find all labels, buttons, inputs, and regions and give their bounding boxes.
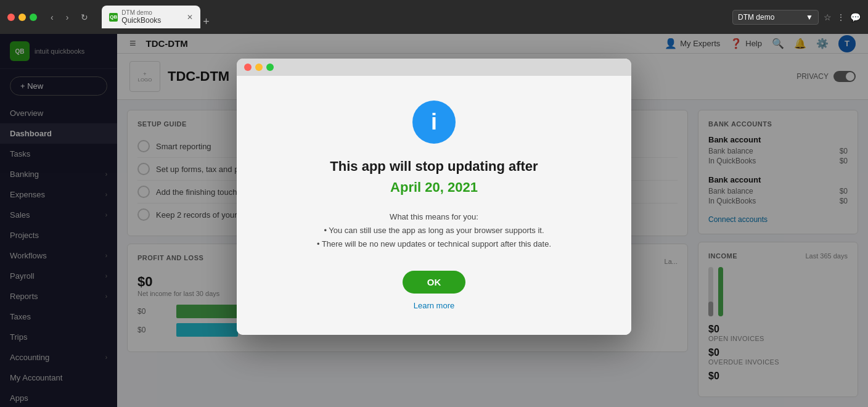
browser-dots <box>7 14 37 21</box>
tab-subtitle: DTM demo <box>121 9 161 16</box>
modal-bullet2: • There will be no new updates or techni… <box>268 237 600 251</box>
modal-window: i This app will stop updating after Apri… <box>237 59 631 335</box>
new-tab-button[interactable]: + <box>203 15 210 28</box>
modal-info-icon: i <box>412 101 456 144</box>
modal-titlebar <box>237 59 631 76</box>
modal-minimize-dot[interactable] <box>255 64 263 71</box>
tab-close-button[interactable]: ✕ <box>187 13 193 22</box>
nav-back-button[interactable]: ‹ <box>47 10 57 25</box>
browser-right-controls: DTM demo ▼ ☆ ⋮ 💬 <box>732 10 861 25</box>
bookmark-icon[interactable]: ☆ <box>824 12 832 22</box>
modal-ok-button[interactable]: OK <box>403 271 466 294</box>
modal-date: April 20, 2021 <box>268 179 600 195</box>
browser-chrome: ‹ › ↻ QB DTM demo QuickBooks ✕ + DTM dem… <box>0 0 868 34</box>
modal-title: This app will stop updating after <box>268 158 600 175</box>
maximize-dot[interactable] <box>30 14 37 21</box>
nav-forward-button[interactable]: › <box>62 10 73 25</box>
tab-favicon: QB <box>109 13 118 22</box>
modal-overlay: i This app will stop updating after Apri… <box>0 34 868 407</box>
demo-selector[interactable]: DTM demo ▼ <box>732 10 819 25</box>
nav-refresh-button[interactable]: ↻ <box>77 10 92 25</box>
browser-menu-icon[interactable]: ⋮ <box>837 12 845 22</box>
modal-bullet1: • You can still use the app as long as y… <box>268 224 600 237</box>
modal-maximize-dot[interactable] <box>266 64 274 71</box>
modal-close-dot[interactable] <box>244 64 252 71</box>
tab-label: QuickBooks <box>121 16 161 25</box>
modal-body: i This app will stop updating after Apri… <box>237 76 631 335</box>
minimize-dot[interactable] <box>18 14 26 21</box>
close-dot[interactable] <box>7 14 15 21</box>
tab-bar: QB DTM demo QuickBooks ✕ + <box>102 6 727 28</box>
modal-learn-more-link[interactable]: Learn more <box>414 301 454 310</box>
active-tab[interactable]: QB DTM demo QuickBooks ✕ <box>102 6 200 28</box>
chat-icon[interactable]: 💬 <box>850 12 861 22</box>
modal-what-label: What this means for you: <box>268 210 600 224</box>
tab-info: DTM demo QuickBooks <box>121 9 161 25</box>
modal-description: What this means for you: • You can still… <box>268 210 600 251</box>
